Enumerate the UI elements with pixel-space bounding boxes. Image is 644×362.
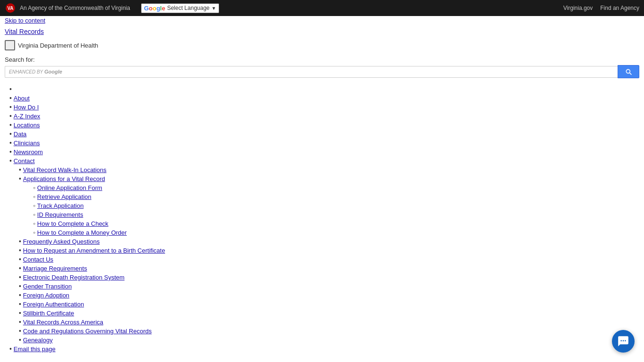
svg-point-2 xyxy=(620,340,622,342)
nav-item-about: About xyxy=(9,94,639,102)
submenu-item-applications: Applications for a Vital Record Online A… xyxy=(19,175,639,236)
submenu-item-walkin: Vital Record Walk-In Locations xyxy=(19,166,639,173)
data-link[interactable]: Data xyxy=(14,131,26,138)
submenu-item-code-regs: Code and Regulations Governing Vital Rec… xyxy=(19,327,639,335)
enhanced-by-label: ENHANCED BY Google xyxy=(9,69,62,74)
submenu-item-track: Track Application xyxy=(33,202,639,209)
submenu-item-money-order: How to Complete a Money Order xyxy=(33,229,639,236)
marriage-requirements-link[interactable]: Marriage Requirements xyxy=(23,265,87,272)
nav-item-empty xyxy=(9,85,639,93)
search-icon xyxy=(625,68,632,75)
nav-item-clinicians: Clinicians xyxy=(9,139,639,147)
nav-item-newsroom: Newsroom xyxy=(9,148,639,156)
submenu-level1b: Gender Transition Foreign Adoption Forei… xyxy=(5,282,639,344)
submenu-item-online-form: Online Application Form xyxy=(33,184,639,191)
svg-point-3 xyxy=(623,340,624,342)
email-this-page-link[interactable]: Email this page xyxy=(14,346,56,353)
submenu-item-contact-us: Contact Us xyxy=(19,255,639,263)
azindex-link[interactable]: A-Z Index xyxy=(14,113,40,120)
stillbirth-certificate-link[interactable]: Stillbirth Certificate xyxy=(23,310,74,317)
track-application-link[interactable]: Track Application xyxy=(37,202,84,209)
about-link[interactable]: About xyxy=(14,95,30,102)
how-to-complete-money-order-link[interactable]: How to Complete a Money Order xyxy=(37,229,127,236)
amendment-birth-cert-link[interactable]: How to Request an Amendment to a Birth C… xyxy=(23,247,165,254)
electronic-death-registration-link[interactable]: Electronic Death Registration System xyxy=(23,274,124,281)
google-translate-widget[interactable]: Google Select Language ▼ xyxy=(141,3,220,13)
submenu-item-complete-check: How to Complete a Check xyxy=(33,220,639,227)
search-button[interactable] xyxy=(618,65,639,78)
submenu-item-marriage: Marriage Requirements xyxy=(19,264,639,272)
svg-text:VA: VA xyxy=(7,6,13,11)
foreign-adoption-link[interactable]: Foreign Adoption xyxy=(23,292,69,299)
retrieve-application-link[interactable]: Retrieve Application xyxy=(37,193,91,200)
nav-item-azindex: A-Z Index xyxy=(9,112,639,120)
nav-item-howdoi: How Do I xyxy=(9,103,639,111)
submenu-level2-applications: Online Application Form Retrieve Applica… xyxy=(19,184,639,236)
search-label: Search for: xyxy=(5,56,639,63)
skip-to-content-link[interactable]: Skip to content xyxy=(0,16,644,25)
navigation: About How Do I A-Z Index Locations Data … xyxy=(0,82,644,356)
id-requirements-link[interactable]: ID Requirements xyxy=(37,211,83,218)
submenu-item-amendment: How to Request an Amendment to a Birth C… xyxy=(19,247,639,254)
email-page-list: Email this page xyxy=(5,345,639,353)
agency-text: An Agency of the Commonwealth of Virgini… xyxy=(20,5,130,11)
commonwealth-logo: VA xyxy=(5,2,16,14)
submenu-item-foreign-auth: Foreign Authentication xyxy=(19,300,639,308)
search-input[interactable] xyxy=(65,68,614,75)
faq-link[interactable]: Frequently Asked Questions xyxy=(23,238,100,245)
search-row: ENHANCED BY Google xyxy=(5,65,639,78)
nav-item-locations: Locations xyxy=(9,121,639,129)
virginia-gov-link[interactable]: Virginia.gov xyxy=(563,5,593,11)
vdh-logo: Virginia Department of Health xyxy=(5,40,98,50)
applications-vital-record-link[interactable]: Applications for a Vital Record xyxy=(23,175,105,182)
top-bar-right: Virginia.gov Find an Agency xyxy=(563,5,639,11)
submenu-item-edrs: Electronic Death Registration System xyxy=(19,273,639,281)
email-page-item: Email this page xyxy=(9,345,639,353)
submenu-item-vra: Vital Records Across America xyxy=(19,318,639,326)
chat-widget[interactable] xyxy=(612,330,635,353)
howdoi-link[interactable]: How Do I xyxy=(14,104,39,111)
gender-transition-link[interactable]: Gender Transition xyxy=(23,283,72,290)
submenu-level1: Vital Record Walk-In Locations Applicati… xyxy=(5,166,639,281)
search-input-wrap: ENHANCED BY Google xyxy=(5,66,618,78)
submenu-item-gender: Gender Transition xyxy=(19,282,639,290)
chevron-down-icon: ▼ xyxy=(212,6,216,11)
header-logo: Virginia Department of Health xyxy=(5,40,98,50)
submenu-item-genealogy: Genealogy xyxy=(19,336,639,344)
contact-link[interactable]: Contact xyxy=(14,157,35,165)
vital-records-link[interactable]: Vital Records xyxy=(0,25,644,38)
nav-item-contact: Contact xyxy=(9,157,639,165)
vital-record-walkin-link[interactable]: Vital Record Walk-In Locations xyxy=(23,166,107,173)
logo-text: Virginia Department of Health xyxy=(18,42,98,49)
submenu-item-retrieve: Retrieve Application xyxy=(33,193,639,200)
locations-link[interactable]: Locations xyxy=(14,122,40,129)
code-regulations-link[interactable]: Code and Regulations Governing Vital Rec… xyxy=(23,328,152,335)
top-bar-left: VA An Agency of the Commonwealth of Virg… xyxy=(5,2,219,14)
select-language-label: Select Language xyxy=(167,5,209,11)
google-g-icon: Google xyxy=(144,5,165,12)
submenu-item-foreign-adoption: Foreign Adoption xyxy=(19,291,639,299)
newsroom-link[interactable]: Newsroom xyxy=(14,148,43,156)
nav-item-data: Data xyxy=(9,130,639,138)
search-area: Search for: ENHANCED BY Google xyxy=(0,54,644,82)
submenu-item-id-req: ID Requirements xyxy=(33,211,639,218)
header: Virginia Department of Health xyxy=(0,38,644,54)
vital-records-across-america-link[interactable]: Vital Records Across America xyxy=(23,319,103,326)
submenu-item-faq: Frequently Asked Questions xyxy=(19,238,639,245)
submenu-item-stillbirth: Stillbirth Certificate xyxy=(19,309,639,317)
top-bar: VA An Agency of the Commonwealth of Virg… xyxy=(0,0,644,16)
contact-us-link[interactable]: Contact Us xyxy=(23,256,53,263)
online-application-form-link[interactable]: Online Application Form xyxy=(37,184,102,191)
foreign-authentication-link[interactable]: Foreign Authentication xyxy=(23,301,84,308)
find-agency-link[interactable]: Find an Agency xyxy=(600,5,639,11)
main-nav-list: About How Do I A-Z Index Locations Data … xyxy=(5,85,639,165)
genealogy-link[interactable]: Genealogy xyxy=(23,337,53,344)
clinicians-link[interactable]: Clinicians xyxy=(14,140,40,147)
chat-icon xyxy=(617,335,629,347)
how-to-complete-check-link[interactable]: How to Complete a Check xyxy=(37,220,108,227)
svg-point-4 xyxy=(625,340,626,342)
